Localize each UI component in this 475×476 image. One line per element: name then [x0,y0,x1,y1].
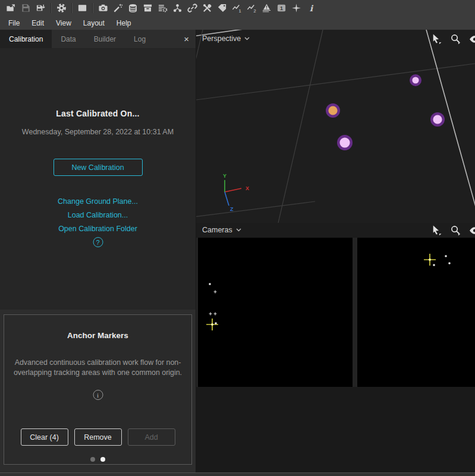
camera-marker-dot[interactable] [209,283,211,285]
calibration-section: Last Calibrated On... Wednesday, Septemb… [0,49,196,310]
visibility-eye-icon[interactable] [469,33,475,45]
svg-text:1: 1 [238,8,241,13]
menu-edit[interactable]: Edit [26,17,50,29]
cameras-header: Cameras [196,223,475,238]
graph-1-icon[interactable]: 1 [229,1,244,15]
open-project-icon[interactable] [4,1,18,15]
viewport-1-icon[interactable]: 1 [274,1,289,15]
open-calibration-folder-link[interactable]: Open Calibration Folder [0,224,196,234]
toolbar-separator [51,3,52,13]
camera-view-1[interactable] [198,238,353,387]
zoom-magnifier-icon[interactable] [450,225,461,236]
main-toolbar: 121i [0,0,475,16]
tab-calibration[interactable]: Calibration [0,30,52,48]
load-calibration-link[interactable]: Load Calibration... [0,210,196,220]
properties-list-icon[interactable] [155,1,170,15]
anchor-markers-heading: Anchor Markers [4,331,191,340]
clear-4-button[interactable]: Clear (4) [21,428,68,446]
anchor-markers-description: Advanced continuous calibration work flo… [8,358,188,377]
application-window: { "colors": { "accent": "#2ab9d6", "mark… [0,0,475,476]
svg-text:X: X [246,185,249,191]
camera-view-2[interactable] [357,238,475,387]
calibration-wand-icon[interactable] [111,1,125,15]
select-cursor-icon[interactable] [431,33,442,45]
selected-marker-crosshair[interactable] [206,319,218,330]
camera-marker-cross[interactable] [214,313,217,316]
save-project-as-icon[interactable] [33,1,48,15]
add-button: Add [128,428,175,446]
marker-star-icon[interactable] [289,1,304,15]
perspective-viewport[interactable]: Perspective Y X Z [196,30,475,223]
axis-gizmo: Y X Z [223,173,249,212]
tracked-marker[interactable] [432,114,443,125]
toolbar-separator [92,3,93,13]
calibration-links: Change Ground Plane...Load Calibration..… [0,197,196,234]
layout-window-icon[interactable] [75,1,90,15]
tab-builder[interactable]: Builder [85,30,125,48]
chevron-down-icon [236,228,241,232]
camera-marker-cross[interactable] [209,313,212,316]
selected-marker-crosshair[interactable] [424,254,436,266]
settings-gear-icon[interactable] [54,1,69,15]
page-dot-1[interactable] [90,457,95,462]
camera-marker-dot[interactable] [215,322,217,324]
cameras-panel: Cameras [196,223,475,472]
grid-line [196,64,475,100]
data-streaming-icon[interactable] [125,1,140,15]
anchor-buttons-row: Clear (4)RemoveAdd [4,428,191,446]
perspective-view-selector[interactable]: Perspective [202,34,250,43]
assets-nodes-icon[interactable] [170,1,185,15]
info-icon[interactable]: i [93,390,103,400]
pagination-dots [4,457,191,462]
graph-2-icon[interactable]: 2 [244,1,259,15]
help-icon[interactable]: ? [93,237,103,247]
tab-log[interactable]: Log [125,30,155,48]
info-icon[interactable]: i [304,1,319,15]
menu-view[interactable]: View [50,17,77,29]
tab-data[interactable]: Data [52,30,84,48]
camera-view-gap [353,238,357,387]
change-ground-plane-link[interactable]: Change Ground Plane... [0,197,196,206]
camera-marker-dot[interactable] [445,255,447,257]
pane-tab-bar: CalibrationDataBuilderLog× [0,30,196,49]
svg-text:2: 2 [253,8,256,13]
cameras-panel-background [196,387,475,472]
camera-marker-cross[interactable] [214,291,217,294]
tracked-marker[interactable] [411,75,420,85]
last-calibrated-date: Wednesday, September 28, 2022 at 10:31 A… [0,128,196,136]
toolbar-separator [71,3,73,13]
page-dot-2[interactable] [100,457,105,462]
cameras-view-selector[interactable]: Cameras [202,226,241,234]
camera-marker-dot[interactable] [433,264,435,266]
zoom-magnifier-icon[interactable] [450,33,461,45]
tracked-marker[interactable] [338,136,351,149]
save-project-icon[interactable] [18,1,33,15]
calibration-pane: CalibrationDataBuilderLog× Last Calibrat… [0,30,196,472]
svg-text:Y: Y [223,173,227,179]
menu-layout[interactable]: Layout [77,17,111,29]
grid-line [196,201,315,217]
anchor-marker[interactable] [327,105,339,116]
camera-marker-dot[interactable] [448,262,451,264]
select-cursor-icon[interactable] [431,225,442,236]
visibility-eye-icon[interactable] [469,225,475,236]
log-warning-icon[interactable] [259,1,274,15]
archive-icon[interactable] [140,1,155,15]
svg-text:1: 1 [280,5,283,11]
menu-help[interactable]: Help [111,17,137,29]
chevron-down-icon [244,37,250,40]
constraints-link-icon[interactable] [185,1,200,15]
labeling-tag-icon[interactable] [215,1,229,15]
builder-tools-icon[interactable] [200,1,215,15]
remove-button[interactable]: Remove [74,428,122,446]
svg-text:i: i [310,4,314,13]
svg-text:Z: Z [230,206,234,212]
camera-view-icon[interactable] [96,1,111,15]
new-calibration-button[interactable]: New Calibration [54,159,143,176]
close-pane-icon[interactable]: × [177,30,196,48]
menu-file[interactable]: File [2,17,26,29]
perspective-canvas[interactable]: Y X Z [196,30,475,223]
grid-line [278,30,323,223]
main-area: CalibrationDataBuilderLog× Last Calibrat… [0,30,475,472]
menu-bar: FileEditViewLayoutHelp [0,16,475,30]
